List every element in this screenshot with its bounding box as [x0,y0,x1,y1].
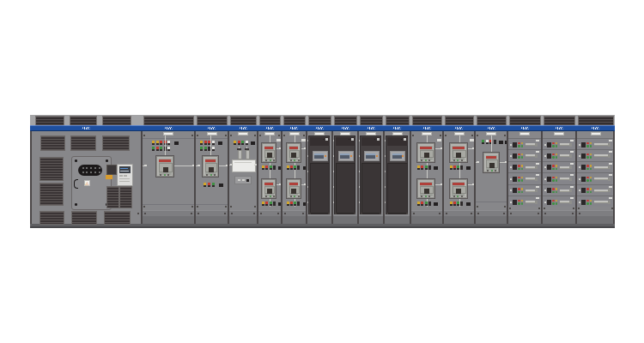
drawer-indicator [556,177,558,179]
feeder-drawer [508,138,541,149]
drawer-led [544,178,546,180]
nameplate [238,132,248,135]
drawer-handle-tip [608,165,611,169]
hmi-screen [366,153,375,159]
breaker-indicator-dot [457,196,459,197]
screw-dot [303,135,305,136]
screw-dot [254,135,256,136]
louver-vent [106,186,119,208]
kick-dot [439,213,440,214]
drawer-handle [594,178,609,180]
drawer-indicator [552,200,555,202]
feeder-drawer [543,172,575,184]
mimic-node [144,165,147,167]
circuit-breaker [416,178,435,199]
selector-switch [251,141,255,145]
breaker-label-strip [264,147,273,149]
drawer-indicator [586,165,589,167]
indicator-light [270,165,272,170]
hmi-bezel [313,151,328,161]
drawer-led [544,166,546,168]
feeder-drawer [508,149,541,160]
screw-dot [259,135,261,136]
circuit-breaker [449,178,468,199]
drawer-indicator [518,145,520,147]
screw-dot [538,208,540,209]
cabinet-control-cabinet-3 [358,131,384,216]
indicator-light [234,141,236,145]
indicator-light [212,183,215,187]
screw-dot [504,135,506,136]
drawer-indicator [518,191,520,194]
drawer-handle-tip [608,154,611,158]
selector-switch [466,202,471,206]
brand-logo-icon [455,127,464,129]
drawer-indicator [586,156,589,159]
drawer-display [581,200,586,205]
connector-pin [86,172,88,173]
indicator-light [156,141,159,145]
door-button [351,138,354,141]
indicator-light [450,202,453,206]
drawer-handle [560,166,570,169]
drawer-indicator [586,191,589,194]
drawer-handle-tip [569,178,572,181]
meter-screen-line2 [120,171,129,172]
drawer-handle [560,178,570,180]
louver-vent [39,157,64,181]
drawer-indicator [590,177,592,179]
screw-dot [197,206,198,208]
drawer-handle [560,190,570,192]
drawer-handle-tip [535,154,538,158]
kick-dot [354,213,355,214]
drawer-indicator [556,188,558,190]
kick-dot [471,213,472,214]
drawer-led [544,190,546,191]
breaker-dark-module [267,153,272,158]
mimic-line [491,135,492,152]
drawer-led [544,155,546,157]
relay-switch [246,179,249,182]
drawer-led [579,190,580,191]
breaker-dark-module [267,189,272,194]
drawer-indicator [521,177,524,179]
drawer-tag [536,163,539,165]
screw-dot [578,208,580,209]
drawer-display [547,165,551,170]
relay-dot [238,179,240,182]
drawer-indicator [556,142,558,145]
circuit-breaker [449,142,468,163]
nameplate [591,132,601,135]
drawer-led [579,155,580,157]
breaker-indicator-dot [210,174,212,176]
cabinet-divider [228,131,229,224]
drawer-display [581,165,586,170]
drawer-indicator [586,200,589,202]
drawer-handle-tip [608,143,611,147]
breaker-indicator-dot [164,174,166,176]
feeder-drawer [543,138,575,149]
drawer-display [581,177,586,182]
breaker-indicator-dot [425,196,427,197]
hmi-power-led [376,155,378,157]
louver-vent [104,211,131,225]
indicator-light [167,141,170,145]
feeder-drawer [577,184,614,196]
drawer-handle-tip [569,143,572,147]
kick-dot [260,213,262,214]
drawer-indicator [552,153,555,156]
cabinet-door [360,135,381,214]
indicator-light [421,165,423,170]
selector-switch [434,166,438,170]
screw-dot [254,206,256,208]
mimic-node [197,165,200,167]
drawer-indicator [586,188,589,190]
drawer-handle [526,201,536,203]
door-button [377,138,380,141]
breaker-dark-module [424,189,429,194]
brand-logo-icon [341,127,349,129]
drawer-indicator [586,177,589,179]
indicator-light [167,147,170,151]
door-lower-panel [336,163,355,214]
indicator-light [200,147,203,151]
